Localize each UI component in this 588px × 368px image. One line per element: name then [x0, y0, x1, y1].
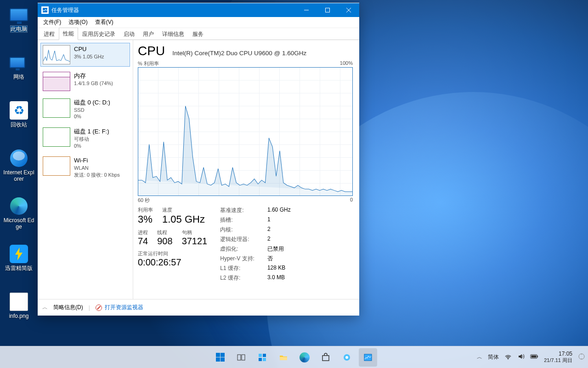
window-title: 任务管理器 [51, 6, 79, 14]
tab-processes[interactable]: 进程 [40, 28, 59, 40]
wifi-icon[interactable] [504, 353, 512, 362]
menu-options[interactable]: 选项(O) [65, 17, 91, 28]
blocked-icon [96, 305, 102, 311]
detail-value: 2 [267, 236, 291, 243]
perf-main: CPU Intel(R) Core(TM)2 Duo CPU U9600 @ 1… [133, 40, 359, 299]
tab-performance[interactable]: 性能 [59, 28, 78, 40]
clock[interactable]: 17:05 21/7.11 周日 [544, 351, 572, 363]
detail-value: 否 [267, 255, 291, 263]
sidebar-mem-title: 内存 [74, 72, 113, 80]
cpu-model: Intel(R) Core(TM)2 Duo CPU U9600 @ 1.60G… [172, 50, 306, 57]
maximize-button[interactable] [317, 3, 338, 17]
wifi-thumb-icon [43, 156, 70, 176]
system-tray: ︿ 简体 17:05 21/7.11 周日 [477, 351, 585, 363]
svg-rect-8 [263, 354, 266, 357]
sidebar-item-wifi[interactable]: Wi-FiWLAN发送: 0 接收: 0 Kbps [40, 154, 130, 180]
chart-ylabel: % 利用率 [138, 60, 159, 67]
tab-details[interactable]: 详细信息 [158, 28, 188, 40]
proc-label: 进程 [138, 229, 148, 236]
detail-key: 虚拟化: [220, 245, 254, 253]
open-resource-monitor[interactable]: 打开资源监视器 [96, 304, 143, 311]
cpu-chart[interactable] [138, 67, 353, 196]
ime-indicator[interactable]: 简体 [488, 353, 499, 361]
proc-value: 74 [138, 236, 148, 247]
sidebar-disk1-title: 磁盘 1 (E: F:) [74, 127, 109, 136]
desktop-icon-xunlei[interactable]: 迅雷精简版 [3, 242, 35, 286]
tab-users[interactable]: 用户 [139, 28, 158, 40]
start-button[interactable] [211, 348, 229, 367]
thr-value: 908 [157, 236, 172, 247]
store-button[interactable] [317, 348, 335, 367]
util-value: 3% [138, 213, 153, 225]
sidebar-item-disk0[interactable]: 磁盘 0 (C: D:)SSD0% [40, 96, 130, 122]
sidebar-item-disk1[interactable]: 磁盘 1 (E: F:)可移动0% [40, 125, 130, 151]
tab-services[interactable]: 服务 [188, 28, 208, 40]
hnd-value: 37121 [182, 236, 208, 247]
settings-taskbar-button[interactable] [338, 348, 356, 367]
svg-point-16 [508, 359, 509, 360]
uptime-value: 0:00:26:57 [138, 257, 207, 268]
sidebar-disk1-sub2: 0% [74, 143, 109, 150]
battery-icon[interactable] [530, 354, 538, 361]
notifications-icon[interactable] [578, 353, 585, 362]
svg-rect-2 [326, 8, 330, 12]
desktop-icon-network[interactable]: 网络 [3, 51, 35, 95]
task-manager-taskbar-button[interactable] [359, 348, 377, 367]
collapse-button[interactable]: ︿ [42, 304, 48, 311]
volume-icon[interactable] [517, 353, 525, 362]
desktop-icon-recycle[interactable]: ♻ 回收站 [3, 98, 35, 143]
sidebar-cpu-title: CPU [74, 45, 104, 53]
svg-rect-19 [531, 356, 537, 358]
detail-value: 128 KB [267, 264, 291, 272]
chart-xright: 0 [350, 197, 353, 204]
recycle-bin-icon: ♻ [9, 100, 29, 121]
desktop-icon-ie[interactable]: Internet Explorer [3, 146, 35, 190]
desktop-icons: 此电脑 网络 ♻ 回收站 Internet Explorer Microsoft… [3, 3, 40, 338]
perf-sidebar: CPU3% 1.05 GHz 内存1.4/1.9 GB (74%) 磁盘 0 (… [38, 40, 133, 299]
tab-startup[interactable]: 启动 [119, 28, 139, 40]
fewer-details[interactable]: 简略信息(D) [53, 304, 83, 311]
widgets-button[interactable] [253, 348, 271, 367]
window-footer: ︿ 简略信息(D) | 打开资源监视器 [38, 299, 359, 316]
chart-xleft: 60 秒 [138, 197, 150, 204]
menubar: 文件(F) 选项(O) 查看(V) [38, 17, 359, 28]
task-view-button[interactable] [232, 348, 250, 367]
page-title: CPU [138, 44, 165, 58]
detail-value: 3.0 MB [267, 274, 291, 282]
svg-rect-6 [242, 355, 245, 360]
resmon-label: 打开资源监视器 [105, 304, 143, 311]
desktop-icon-label: Internet Explorer [3, 169, 35, 183]
sidebar-disk1-sub1: 可移动 [74, 136, 109, 143]
sidebar-disk0-sub2: 0% [74, 113, 110, 120]
minimize-button[interactable] [296, 3, 317, 17]
util-label: 利用率 [138, 207, 153, 213]
desktop-icon-label: 网络 [13, 74, 24, 80]
taskbar: ︿ 简体 17:05 21/7.11 周日 [0, 346, 588, 368]
disk-thumb-icon [43, 127, 70, 147]
tray-chevron-up-icon[interactable]: ︿ [477, 353, 482, 361]
desktop-icon-infopng[interactable]: info.png [3, 290, 35, 334]
file-explorer-button[interactable] [274, 348, 293, 367]
sidebar-item-memory[interactable]: 内存1.4/1.9 GB (74%) [40, 69, 130, 93]
sidebar-item-cpu[interactable]: CPU3% 1.05 GHz [40, 43, 130, 67]
detail-value: 1 [267, 216, 291, 224]
menu-file[interactable]: 文件(F) [40, 17, 65, 28]
close-button[interactable] [338, 3, 359, 17]
detail-key: L1 缓存: [220, 264, 254, 272]
titlebar[interactable]: 任务管理器 [38, 3, 359, 17]
network-icon [9, 52, 29, 73]
menu-view[interactable]: 查看(V) [91, 17, 117, 28]
svg-rect-11 [280, 357, 287, 360]
desktop-icon-this-pc[interactable]: 此电脑 [3, 3, 35, 47]
edge-taskbar-button[interactable] [295, 348, 314, 367]
disk-thumb-icon [43, 98, 70, 118]
detail-key: 内核: [220, 226, 254, 234]
tab-app-history[interactable]: 应用历史记录 [78, 28, 119, 40]
windows-logo-icon [216, 353, 225, 362]
svg-rect-5 [237, 355, 241, 360]
desktop-icon-edge[interactable]: Microsoft Edge [3, 194, 35, 238]
speed-label: 速度 [162, 207, 205, 213]
task-manager-window: 任务管理器 文件(F) 选项(O) 查看(V) 进程 性能 应用历史记录 启动 … [38, 3, 359, 316]
detail-key: 逻辑处理器: [220, 236, 254, 243]
sidebar-disk0-title: 磁盘 0 (C: D:) [74, 98, 110, 107]
